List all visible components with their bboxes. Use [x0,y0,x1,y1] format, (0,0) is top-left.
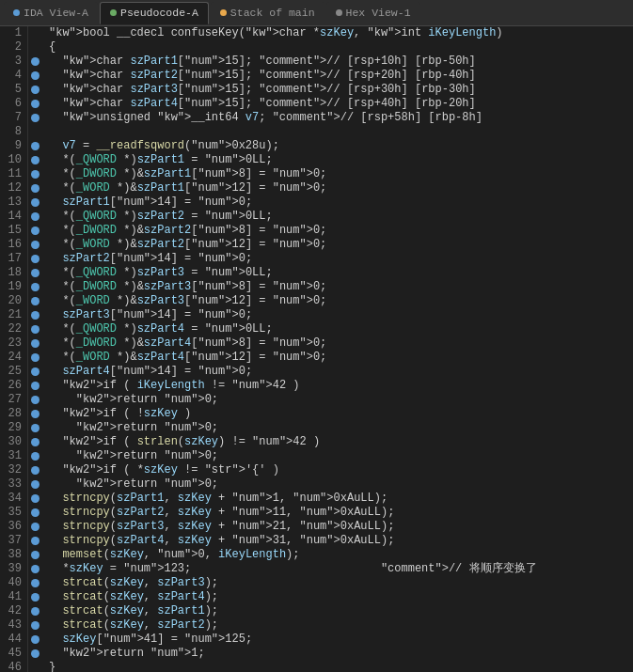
breakpoint-42[interactable] [28,604,41,618]
bp-dot-icon [31,339,40,348]
breakpoint-8[interactable] [28,125,41,139]
tab-dot-hex [336,9,342,16]
code-line-33: "kw2">return "num">0; [49,477,633,492]
code-line-36: strncpy(szPart3, szKey + "num">21, "num"… [49,520,633,534]
breakpoint-36[interactable] [28,520,41,534]
line-number-14: 14 [4,210,22,224]
line-number-2: 2 [4,40,22,55]
breakpoint-41[interactable] [28,590,41,604]
breakpoint-44[interactable] [28,633,41,647]
breakpoint-34[interactable] [28,492,41,506]
line-number-35: 35 [4,506,22,520]
bp-dot-icon [31,156,40,164]
breakpoint-23[interactable] [28,336,41,351]
breakpoint-7[interactable] [28,111,41,125]
code-line-8 [49,125,633,139]
code-line-28: "kw2">if ( !szKey ) [49,407,633,421]
breakpoint-24[interactable] [28,351,41,365]
tab-ida-view[interactable]: IDA View-A [4,2,98,24]
line-number-41: 41 [4,590,22,604]
breakpoint-29[interactable] [28,421,41,435]
breakpoint-21[interactable] [28,308,41,322]
breakpoint-18[interactable] [28,266,41,280]
line-number-32: 32 [4,463,22,477]
line-number-34: 34 [4,492,22,506]
breakpoint-13[interactable] [28,195,41,210]
line-number-27: 27 [4,393,22,407]
code-line-12: *(_WORD *)&szPart1["num">12] = "num">0; [49,181,633,195]
bp-dot-icon [31,466,40,475]
tab-hex[interactable]: Hex View-1 [326,2,420,24]
breakpoint-17[interactable] [28,252,41,266]
breakpoint-15[interactable] [28,224,41,238]
breakpoint-2[interactable] [28,40,41,55]
breakpoint-14[interactable] [28,210,41,224]
breakpoint-33[interactable] [28,477,41,492]
breakpoint-38[interactable] [28,548,41,562]
code-line-18: *(_QWORD *)szPart3 = "num">0LL; [49,266,633,280]
bp-dot-icon [31,649,40,658]
code-line-37: strncpy(szPart4, szKey + "num">31, "num"… [49,534,633,548]
breakpoint-11[interactable] [28,167,41,181]
line-number-25: 25 [4,365,22,379]
line-number-31: 31 [4,449,22,463]
breakpoint-1[interactable] [28,26,41,40]
code-line-7: "kw">unsigned "kw">__int64 v7; "comment"… [49,111,633,125]
breakpoint-26[interactable] [28,379,41,393]
breakpoint-28[interactable] [28,407,41,421]
breakpoint-25[interactable] [28,365,41,379]
line-number-22: 22 [4,322,22,336]
breakpoint-6[interactable] [28,97,41,111]
breakpoint-12[interactable] [28,181,41,195]
line-number-6: 6 [4,97,22,111]
code-line-2: { [49,40,633,55]
breakpoint-22[interactable] [28,322,41,336]
bp-dot-icon [31,100,40,108]
code-line-17: szPart2["num">14] = "num">0; [49,252,633,266]
breakpoint-16[interactable] [28,238,41,252]
line-number-23: 23 [4,336,22,351]
bp-dot-icon [31,607,40,616]
tab-pseudocode[interactable]: Pseudocode-A [100,2,209,24]
line-number-19: 19 [4,280,22,294]
line-number-37: 37 [4,534,22,548]
breakpoint-39[interactable] [28,562,41,576]
bp-dot-icon [31,142,40,150]
line-number-40: 40 [4,576,22,590]
breakpoint-3[interactable] [28,55,41,69]
code-line-15: *(_DWORD *)&szPart2["num">8] = "num">0; [49,224,633,238]
breakpoint-46[interactable] [28,661,41,672]
breakpoint-19[interactable] [28,280,41,294]
tab-label-pseudo: Pseudocode-A [120,7,198,19]
breakpoint-31[interactable] [28,449,41,463]
breakpoint-37[interactable] [28,534,41,548]
breakpoint-32[interactable] [28,463,41,477]
bp-dot-icon [31,353,40,362]
breakpoint-5[interactable] [28,83,41,97]
breakpoint-35[interactable] [28,506,41,520]
breakpoint-45[interactable] [28,647,41,661]
tab-stack[interactable]: Stack of main [211,2,324,24]
bp-dot-icon [31,71,40,80]
line-number-30: 30 [4,435,22,449]
breakpoint-27[interactable] [28,393,41,407]
code-line-3: "kw">char szPart1["num">15]; "comment">/… [49,55,633,69]
breakpoint-9[interactable] [28,139,41,153]
line-number-4: 4 [4,69,22,83]
breakpoint-4[interactable] [28,69,41,83]
breakpoint-10[interactable] [28,153,41,167]
line-number-10: 10 [4,153,22,167]
code-line-14: *(_QWORD *)szPart2 = "num">0LL; [49,210,633,224]
code-area[interactable]: 1234567891011121314151617181920212223242… [0,26,633,672]
code-line-46: } [49,661,633,672]
breakpoint-20[interactable] [28,294,41,308]
code-line-9: v7 = __readfsqword("num">0x28u); [49,139,633,153]
line-number-38: 38 [4,548,22,562]
bp-dot-icon [31,241,40,249]
tab-label-ida: IDA View-A [24,7,88,19]
line-number-39: 39 [4,562,22,576]
breakpoint-40[interactable] [28,576,41,590]
line-number-13: 13 [4,195,22,210]
breakpoint-43[interactable] [28,618,41,633]
breakpoint-30[interactable] [28,435,41,449]
